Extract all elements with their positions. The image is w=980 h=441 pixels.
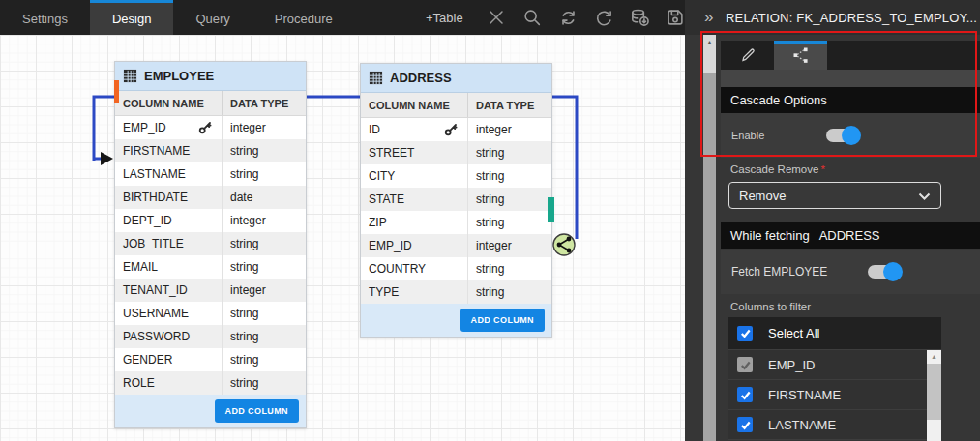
refresh-icon[interactable] [550,0,586,35]
check-icon [739,359,752,371]
tab-settings[interactable]: Settings [0,0,90,35]
scroll-up-icon[interactable]: ▲ [927,350,941,363]
panel-tabs [721,41,980,70]
add-table-button[interactable]: +Table [426,11,463,25]
scroll-up-icon[interactable]: ▲ [703,35,716,49]
filter-item-label: FIRSTNAME [768,388,841,402]
enable-label: Enable [731,130,764,141]
fetch-row: Fetch EMPLOYEE [721,250,980,294]
database-designer-app: SettingsDesignQueryProcedure +Table [0,0,980,441]
enable-toggle[interactable] [824,126,861,145]
cascade-options-header: Cascade Options [721,87,980,113]
panel-scrollbar[interactable]: ▲ [703,35,716,441]
filter-item-lastname[interactable]: LASTNAME [728,410,941,440]
enable-row: Enable [721,113,980,158]
tab-design[interactable]: Design [90,0,173,35]
scrollbar-thumb[interactable] [927,364,941,420]
pencil-icon [738,45,757,69]
checkbox-checked[interactable] [737,326,753,341]
columns-to-filter-label: Columns to filter [730,301,811,312]
fetch-employee-toggle[interactable] [866,262,903,281]
db-export-icon[interactable] [622,0,658,35]
check-icon [739,419,752,431]
check-icon [739,389,752,401]
while-fetching-header: While fetching ADDRESS [721,222,980,249]
toolbar-actions: +Table [426,0,694,35]
cascade-remove-label: Cascade Remove* [730,163,825,175]
cascade-remove-select[interactable]: Remove [728,182,941,209]
fetch-employee-label: Fetch EMPLOYEE [731,265,827,279]
checkbox-checked[interactable] [737,387,753,402]
close-icon[interactable] [479,0,515,35]
filter-item-firstname[interactable]: FIRSTNAME [728,380,941,410]
relation-properties-panel: » RELATION: FK_ADDRESS_TO_EMPLOY... ▲ [685,0,980,441]
tab-relation[interactable] [774,41,827,70]
relation-icon [791,45,811,69]
filter-item-select-all[interactable]: Select All [728,317,941,350]
check-icon [739,327,752,339]
tab-procedure[interactable]: Procedure [252,0,355,35]
relation-connector[interactable] [0,35,685,441]
chevron-down-icon [918,187,931,204]
toolbar-tabs: SettingsDesignQueryProcedure [0,0,355,35]
checkbox-checked[interactable] [737,417,753,432]
scrollbar-thumb[interactable] [703,49,716,73]
tab-query[interactable]: Query [173,0,252,35]
collapse-panel-icon[interactable]: » [704,8,726,27]
filter-item-emp_id[interactable]: EMP_ID [728,350,941,380]
panel-header: » RELATION: FK_ADDRESS_TO_EMPLOY... [685,0,980,35]
search-icon[interactable] [515,0,550,35]
design-canvas[interactable]: EMPLOYEECOLUMN NAMEDATA TYPEEMP_IDintege… [0,35,685,441]
panel-divider [721,70,980,87]
filter-list-scrollbar[interactable]: ▲ [927,350,941,441]
columns-filter-list: Select AllEMP_IDFIRSTNAMELASTNAME [728,317,941,440]
panel-title: RELATION: FK_ADDRESS_TO_EMPLOY... [726,11,977,25]
tab-edit[interactable] [721,41,774,70]
redo-icon[interactable] [586,0,622,35]
filter-item-label: Select All [768,326,819,340]
filter-item-label: LASTNAME [768,418,836,432]
checkbox-disabled-checked [737,357,753,372]
filter-item-label: EMP_ID [768,358,815,372]
